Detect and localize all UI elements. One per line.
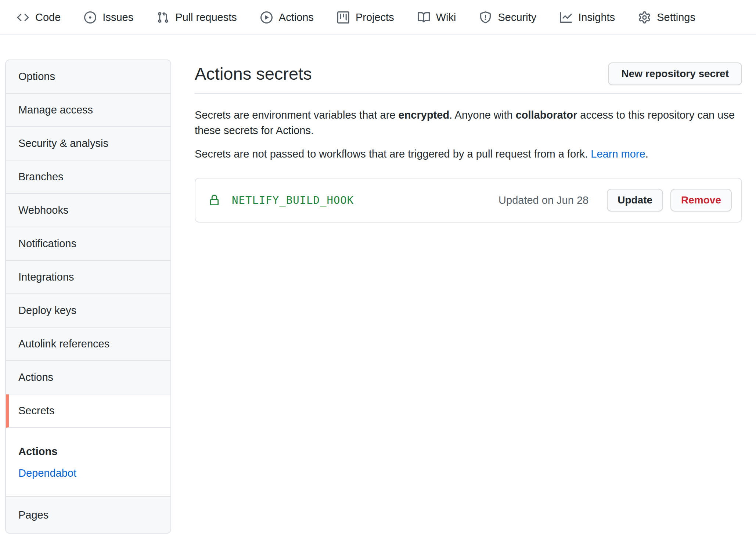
nav-item-label: Actions bbox=[279, 11, 314, 24]
remove-secret-button[interactable]: Remove bbox=[670, 189, 732, 212]
repo-nav: CodeIssuesPull requestsActionsProjectsWi… bbox=[0, 0, 756, 35]
description-text: . Anyone with bbox=[449, 109, 516, 121]
nav-item-label: Code bbox=[35, 11, 61, 24]
sidebar-item-branches[interactable]: Branches bbox=[6, 160, 170, 194]
nav-item-pull-requests[interactable]: Pull requests bbox=[145, 11, 249, 24]
subnav-item-dependabot[interactable]: Dependabot bbox=[18, 467, 76, 479]
nav-item-label: Security bbox=[498, 11, 536, 24]
nav-item-label: Issues bbox=[102, 11, 133, 24]
gear-icon bbox=[638, 11, 651, 24]
nav-item-label: Projects bbox=[356, 11, 394, 24]
new-repository-secret-button[interactable]: New repository secret bbox=[608, 62, 742, 85]
description-bold-encrypted: encrypted bbox=[399, 109, 450, 121]
project-icon bbox=[337, 11, 349, 24]
page-title: Actions secrets bbox=[195, 64, 312, 84]
page-header: Actions secrets New repository secret bbox=[195, 59, 742, 94]
sidebar-item-options[interactable]: Options bbox=[6, 60, 170, 94]
secret-actions: Update Remove bbox=[607, 189, 732, 212]
secret-name: NETLIFY_BUILD_HOOK bbox=[232, 194, 354, 206]
nav-item-label: Wiki bbox=[436, 11, 456, 24]
secret-row: NETLIFY_BUILD_HOOK Updated on Jun 28 Upd… bbox=[195, 178, 742, 223]
nav-item-label: Pull requests bbox=[175, 11, 237, 24]
nav-item-label: Settings bbox=[657, 11, 695, 24]
sidebar-item-secrets[interactable]: Secrets bbox=[6, 394, 170, 428]
sidebar-item-integrations[interactable]: Integrations bbox=[6, 261, 170, 294]
play-icon bbox=[260, 11, 273, 24]
nav-item-projects[interactable]: Projects bbox=[325, 11, 406, 24]
issue-opened-icon bbox=[84, 11, 96, 24]
main-content: Actions secrets New repository secret Se… bbox=[195, 59, 742, 223]
nav-item-insights[interactable]: Insights bbox=[548, 11, 627, 24]
nav-item-code[interactable]: Code bbox=[5, 11, 72, 24]
graph-icon bbox=[560, 11, 572, 24]
settings-layout: OptionsManage accessSecurity & analysisB… bbox=[0, 35, 756, 534]
sidebar-item-manage-access[interactable]: Manage access bbox=[6, 94, 170, 127]
nav-item-settings[interactable]: Settings bbox=[627, 11, 707, 24]
fork-note-text: Secrets are not passed to workflows that… bbox=[195, 148, 591, 160]
fork-note: Secrets are not passed to workflows that… bbox=[195, 146, 742, 162]
sidebar-item-deploy-keys[interactable]: Deploy keys bbox=[6, 294, 170, 328]
sidebar-item-security-analysis[interactable]: Security & analysis bbox=[6, 127, 170, 160]
description-bold-collaborator: collaborator bbox=[516, 109, 577, 121]
sidebar-item-actions[interactable]: Actions bbox=[6, 361, 170, 394]
secrets-subnav: Actions Dependabot bbox=[6, 428, 170, 497]
fork-note-period: . bbox=[645, 148, 648, 160]
settings-sidebar: OptionsManage accessSecurity & analysisB… bbox=[5, 59, 171, 534]
nav-item-actions[interactable]: Actions bbox=[249, 11, 325, 24]
nav-item-wiki[interactable]: Wiki bbox=[406, 11, 468, 24]
secrets-description: Secrets are environment variables that a… bbox=[195, 107, 742, 138]
subnav-item-actions[interactable]: Actions bbox=[18, 445, 158, 458]
git-pull-request-icon bbox=[157, 11, 169, 24]
description-text: Secrets are environment variables that a… bbox=[195, 109, 399, 121]
code-icon bbox=[17, 11, 29, 24]
nav-item-security[interactable]: Security bbox=[468, 11, 548, 24]
secret-updated-date: Updated on Jun 28 bbox=[498, 194, 588, 206]
nav-item-label: Insights bbox=[578, 11, 615, 24]
book-icon bbox=[418, 11, 430, 24]
shield-icon bbox=[479, 11, 492, 24]
learn-more-link[interactable]: Learn more bbox=[591, 148, 645, 160]
sidebar-item-webhooks[interactable]: Webhooks bbox=[6, 194, 170, 227]
sidebar-item-pages[interactable]: Pages bbox=[6, 497, 170, 533]
sidebar-item-notifications[interactable]: Notifications bbox=[6, 227, 170, 261]
update-secret-button[interactable]: Update bbox=[607, 189, 663, 212]
sidebar-item-autolink-references[interactable]: Autolink references bbox=[6, 328, 170, 361]
lock-icon bbox=[209, 195, 220, 206]
nav-item-issues[interactable]: Issues bbox=[72, 11, 145, 24]
